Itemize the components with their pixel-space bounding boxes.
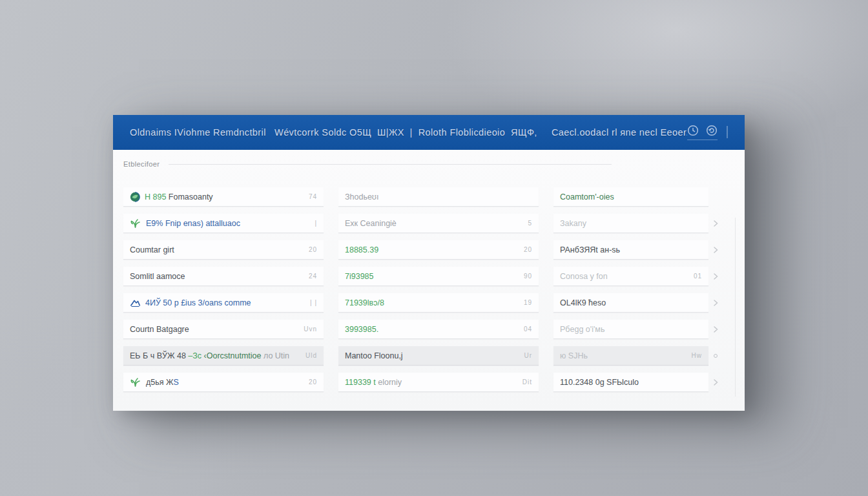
item-label-segment: Exк Ceaningiè [345,219,397,228]
list-item[interactable]: Courtn BatgagreUvn [123,320,324,339]
list-item[interactable]: Рбegg o'і'мь [553,320,708,339]
list-row: Зhodьеʊı [338,187,539,207]
list-row: РАнбЗЯЯt ан-ѕь [553,240,723,260]
item-label: 4ИЎ 50 р £ius 3/oans comme [145,298,251,307]
item-label: Заkаny [560,219,586,228]
list-item[interactable]: РАнбЗЯЯt ан-ѕь [553,240,708,260]
item-label-segment: д5ья Ж [146,378,174,387]
list-item[interactable]: д5ья ЖЅ20 [123,373,324,392]
item-label-segment: ло Utin [264,351,289,360]
list-item[interactable]: OL4lК9 ћеѕо [553,293,708,313]
item-count: 5 [522,220,532,227]
chevron-right-icon[interactable] [708,379,723,386]
item-label-segment: 110.2348 0g ЅFЫculo [560,378,639,387]
list-item[interactable]: Зhodьеʊı [338,187,539,207]
list-item[interactable]: ЕЬ Б ч ВЎЖ 48 –Зс ‹Oorcstnutmtioe ло Uti… [123,346,324,366]
history-icon[interactable] [706,125,718,136]
app-window: Oldnaims IViohme Remdnctbril Wévtcorrk S… [113,115,745,406]
list-item[interactable]: Somlitl aamoce24 [123,267,324,286]
item-label-segment: 71939lвɔ/8 [345,298,384,307]
list-item[interactable]: Н 895 Fomasoanty74 [123,187,324,207]
item-label-segment: Е9% Fnip enas) attalluaoc [146,219,240,228]
item-label-segment: OL4lК9 ћеѕо [560,298,606,307]
clock-icon[interactable] [687,125,699,136]
list-row: 7і9398590 [338,267,539,286]
item-label: Е9% Fnip enas) attalluaoc [146,219,240,228]
list-item[interactable]: Заkаny [553,214,708,233]
chevron-right-icon[interactable] [708,273,723,280]
item-label-segment: Mantoo Floonu,j [345,351,403,360]
list-row: Mantoo Floonu,jUr [338,346,539,366]
item-count: 20 [304,246,317,253]
list-row: Somlitl aamoce24 [123,267,324,286]
item-label: 3993985. [345,325,378,334]
item-label: ю ЅЈНь [560,351,588,360]
list-row: ю ЅЈНьHw [553,346,723,366]
list-item[interactable]: 4ИЎ 50 р £ius 3/oans comme| | [123,293,324,313]
item-label: Mantoo Floonu,j [345,351,403,360]
list-item[interactable]: 3993985.04 [338,320,539,339]
item-count: | [309,220,317,227]
item-label-segment: Рбegg o'і'мь [560,325,604,334]
item-label-segment: –Зс [188,351,203,360]
list-row: 119339 t elorniyDit [338,373,539,392]
item-label: OL4lК9 ћеѕо [560,298,606,307]
item-label-segment: 18885.39 [345,245,378,254]
section-header: Etblecifoer [123,158,734,170]
item-count: 19 [519,299,532,306]
list-row: Exк Ceaningiè5 [338,214,539,233]
item-label: 110.2348 0g ЅFЫculo [560,378,639,387]
divider-line [169,164,612,165]
list-row: 4ИЎ 50 р £ius 3/oans comme| | [123,293,324,313]
list-row: ЕЬ Б ч ВЎЖ 48 –Зс ‹Oorcstnutmtioe ло Uti… [123,346,324,366]
list-row: Coamtom'-oies [553,187,723,207]
list-row: Courtn BatgagreUvn [123,320,324,339]
item-label-segment: Н 895 [145,192,169,202]
list-item[interactable]: 18885.3920 [338,240,539,260]
item-label-segment: Заkаny [560,219,586,228]
chevron-right-icon[interactable] [708,247,723,253]
item-count: 74 [304,193,317,200]
item-label: Conosa у fon [560,272,608,281]
list-column-3: Coamtom'-oiesЗаkаnyРАнбЗЯЯt ан-ѕьConosa … [553,187,723,399]
item-label: Зhodьеʊı [345,192,378,202]
item-label: 7і93985 [345,272,374,281]
window-icon[interactable] [727,126,728,138]
chevron-right-icon[interactable] [708,220,723,227]
window-title: Oldnaims IViohme Remdnctbril Wévtcorrk S… [130,127,687,138]
chevron-right-icon[interactable] [708,326,723,333]
item-count: 24 [304,273,317,280]
item-label: ЕЬ Б ч ВЎЖ 48 –Зс ‹Oorcstnutmtioe ло Uti… [130,351,289,360]
list-row: 18885.3920 [338,240,539,260]
titlebar-icons [687,125,728,140]
list-item[interactable]: Exк Ceaningiè5 [338,214,539,233]
list-item[interactable]: 110.2348 0g ЅFЫculo [553,373,708,392]
item-label-segment: ‹Oorcstnutmtioe [204,351,264,360]
list-item[interactable]: Coamtom'-oies [553,187,708,207]
list-item[interactable]: 119339 t elorniyDit [338,373,539,392]
list-row: Рбegg o'і'мь [553,320,723,339]
item-label: Н 895 Fomasoanty [145,192,213,202]
item-label: Рбegg o'і'мь [560,325,604,334]
list-item[interactable]: 71939lвɔ/819 [338,293,539,313]
item-count: Dit [517,378,532,386]
item-label-segment: Somlitl aamoce [130,272,185,281]
list-item[interactable]: Е9% Fnip enas) attalluaoc| [123,214,324,233]
item-label-segment: elorniy [378,378,402,387]
list-row: Е9% Fnip enas) attalluaoc| [123,214,324,233]
sprout-icon [130,377,141,388]
item-label-segment: ю ЅЈНь [560,351,588,360]
item-label-segment: 7і93985 [345,272,374,281]
list-row: Coumtar girt20 [123,240,324,260]
list-row: Н 895 Fomasoanty74 [123,187,324,207]
list-item[interactable]: Mantoo Floonu,jUr [338,346,539,366]
list-item[interactable]: 7і9398590 [338,267,539,286]
list-item[interactable]: Coumtar girt20 [123,240,324,260]
list-item[interactable]: Conosa у fon01 [553,267,708,286]
list-item[interactable]: ю ЅЈНьHw [553,346,708,366]
item-label-segment: 4ИЎ 50 р £ius 3/oans comme [145,298,251,307]
list-column-1: Н 895 Fomasoanty74Е9% Fnip enas) attallu… [123,187,324,399]
item-count: 01 [688,273,702,280]
chevron-right-icon[interactable] [708,300,723,306]
scroll-divider [735,218,736,397]
